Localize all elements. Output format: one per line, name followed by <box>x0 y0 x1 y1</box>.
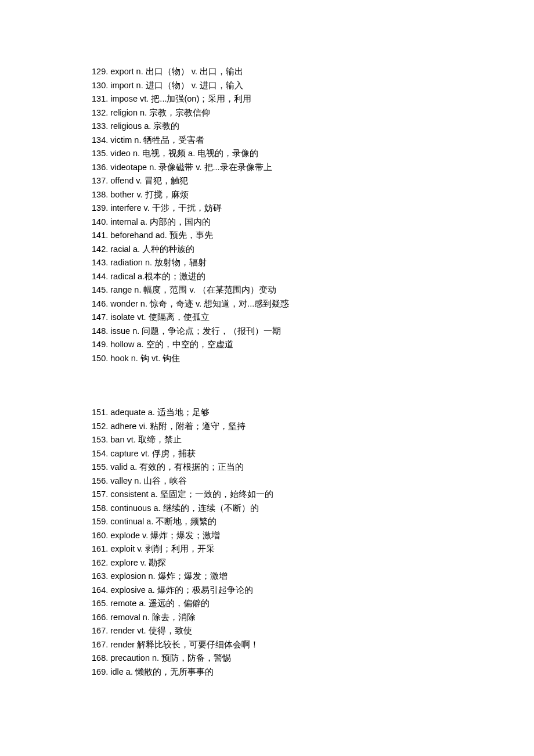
entry-word: explosion n. <box>110 571 155 581</box>
vocabulary-entry: 154. capture vt. 俘虏，捕获 <box>92 447 452 461</box>
entry-definition: 预先，事先 <box>167 231 213 240</box>
vocabulary-entry: 167. render vt. 使得，致使 <box>92 624 452 638</box>
entry-definition: 电视，视频 a. 电视的，录像的 <box>140 149 258 158</box>
entry-definition: 解释比较长，可要仔细体会啊！ <box>135 640 259 649</box>
entry-word: adhere vi. <box>110 422 147 431</box>
entry-number: 143. <box>92 258 110 267</box>
vocabulary-list-2: 151. adequate a. 适当地；足够152. adhere vi. 粘… <box>92 406 452 679</box>
entry-definition: 取缔，禁止 <box>136 435 182 444</box>
entry-definition: 除去，消除 <box>150 613 196 622</box>
entry-word: valid a. <box>110 462 137 471</box>
entry-word: remote a. <box>110 599 146 608</box>
entry-definition: 剥削；利用，开采 <box>143 544 215 553</box>
entry-number: 162. <box>92 558 110 567</box>
entry-number: 165. <box>92 599 110 608</box>
entry-number: 169. <box>92 667 110 676</box>
entry-word: valley n. <box>110 476 141 485</box>
entry-definition: 爆炸的；极易引起争论的 <box>155 585 253 595</box>
entry-word: hook n. <box>110 354 138 363</box>
section-gap <box>92 365 452 406</box>
vocabulary-entry: 167. render 解释比较长，可要仔细体会啊！ <box>92 638 452 652</box>
entry-word: adequate a. <box>110 408 155 417</box>
vocabulary-entry: 131. impose vt. 把...加强(on)；采用，利用 <box>92 92 452 106</box>
entry-number: 153. <box>92 435 110 444</box>
entry-word: removal n. <box>110 613 150 622</box>
entry-definition: 问题，争论点；发行，（报刊）一期 <box>139 326 281 336</box>
entry-number: 167. <box>92 626 110 635</box>
entry-word: video n. <box>110 149 140 158</box>
entry-number: 132. <box>92 108 110 117</box>
entry-word: continuous a. <box>110 503 160 513</box>
vocabulary-list-1: 129. export n. 出口（物） v. 出口，输出130. import… <box>92 65 452 365</box>
vocabulary-entry: 157. consistent a. 坚固定；一致的，始终如一的 <box>92 488 452 502</box>
entry-word: range n. <box>110 285 141 294</box>
entry-definition: 勘探 <box>146 558 166 567</box>
vocabulary-entry: 152. adhere vi. 粘附，附着；遵守，坚持 <box>92 420 452 434</box>
entry-number: 130. <box>92 81 110 90</box>
vocabulary-entry: 164. explosive a. 爆炸的；极易引起争论的 <box>92 584 452 597</box>
vocabulary-entry: 162. explore v. 勘探 <box>92 556 452 570</box>
entry-definition: 录像磁带 v. 把...录在录像带上 <box>156 163 272 172</box>
entry-definition: 放射物，辐射 <box>152 258 207 267</box>
entry-word: render <box>110 640 135 649</box>
entry-word: exploit v. <box>110 544 143 553</box>
entry-number: 160. <box>92 531 110 540</box>
vocabulary-entry: 169. idle a. 懒散的，无所事事的 <box>92 665 452 679</box>
entry-number: 146. <box>92 299 110 308</box>
vocabulary-entry: 146. wonder n. 惊奇，奇迹 v. 想知道，对...感到疑惑 <box>92 297 452 311</box>
entry-definition: 干涉，干扰，妨碍 <box>150 203 222 213</box>
entry-number: 148. <box>92 326 110 336</box>
entry-number: 149. <box>92 340 110 349</box>
entry-definition: 空的，中空的，空虚道 <box>143 340 233 349</box>
vocabulary-entry: 153. ban vt. 取缔，禁止 <box>92 433 452 447</box>
entry-number: 135. <box>92 149 110 158</box>
entry-definition: 粘附，附着；遵守，坚持 <box>147 422 246 431</box>
entry-number: 167. <box>92 640 110 649</box>
entry-word: render vt. <box>110 626 146 635</box>
vocabulary-entry: 159. continual a. 不断地，频繁的 <box>92 515 452 529</box>
vocabulary-entry: 141. beforehand ad. 预先，事先 <box>92 229 452 243</box>
vocabulary-entry: 139. interfere v. 干涉，干扰，妨碍 <box>92 201 452 215</box>
entry-definition: 人种的种族的 <box>140 244 194 254</box>
entry-definition: 钩 vt. 钩住 <box>138 354 180 363</box>
entry-number: 163. <box>92 571 110 581</box>
entry-word: wonder n. <box>110 299 147 308</box>
entry-number: 166. <box>92 613 110 622</box>
entry-definition: 惊奇，奇迹 v. 想知道，对...感到疑惑 <box>147 299 289 308</box>
entry-definition: 宗教，宗教信仰 <box>147 108 210 117</box>
entry-number: 161. <box>92 544 110 553</box>
vocabulary-entry: 140. internal a. 内部的，国内的 <box>92 215 452 229</box>
entry-number: 157. <box>92 489 110 499</box>
entry-word: interfere v. <box>110 203 149 213</box>
entry-number: 156. <box>92 476 110 485</box>
vocabulary-entry: 156. valley n. 山谷，峡谷 <box>92 474 452 488</box>
vocabulary-entry: 145. range n. 幅度，范围 v. （在某范围内）变动 <box>92 283 452 297</box>
entry-definition: 进口（物） v. 进口，输入 <box>143 81 243 90</box>
vocabulary-entry: 148. issue n. 问题，争论点；发行，（报刊）一期 <box>92 325 452 339</box>
entry-word: continual a. <box>110 517 153 526</box>
entry-number: 168. <box>92 653 110 663</box>
document-page: 129. export n. 出口（物） v. 出口，输出130. import… <box>0 0 452 679</box>
entry-definition: 懒散的，无所事事的 <box>133 667 214 676</box>
entry-definition: 山谷，峡谷 <box>141 476 187 485</box>
entry-number: 144. <box>92 272 110 281</box>
entry-definition: 使隔离，使孤立 <box>146 312 210 322</box>
entry-definition: 幅度，范围 v. （在某范围内）变动 <box>141 285 276 294</box>
entry-definition: 宗教的 <box>151 121 179 131</box>
entry-word: hollow a. <box>110 340 143 349</box>
entry-number: 139. <box>92 203 110 213</box>
entry-word: isolate vt. <box>110 312 146 322</box>
entry-number: 151. <box>92 408 110 417</box>
vocabulary-entry: 143. radiation n. 放射物，辐射 <box>92 256 452 270</box>
entry-definition: 不断地，频繁的 <box>153 517 217 526</box>
entry-definition: 预防，防备，警惕 <box>159 653 231 663</box>
vocabulary-entry: 168. precaution n. 预防，防备，警惕 <box>92 651 452 665</box>
vocabulary-entry: 138. bother v. 打搅，麻烦 <box>92 188 452 202</box>
entry-definition: 使得，致使 <box>146 626 192 635</box>
vocabulary-entry: 133. religious a. 宗教的 <box>92 120 452 134</box>
entry-definition: 打搅，麻烦 <box>143 190 189 199</box>
vocabulary-entry: 163. explosion n. 爆炸；爆发；激增 <box>92 570 452 584</box>
entry-number: 137. <box>92 176 110 185</box>
entry-definition: 爆炸；爆发；激增 <box>148 531 220 540</box>
entry-number: 154. <box>92 449 110 458</box>
